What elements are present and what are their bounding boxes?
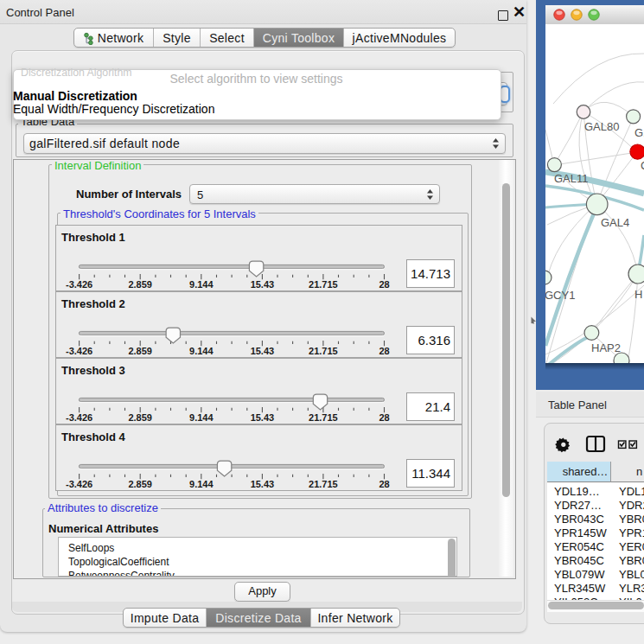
svg-text:-3.426: -3.426	[66, 479, 92, 489]
svg-text:28: 28	[379, 479, 389, 489]
svg-text:GAL80: GAL80	[584, 120, 619, 133]
svg-text:15.43: 15.43	[251, 412, 275, 423]
svg-text:21.715: 21.715	[309, 279, 338, 290]
svg-text:2.859: 2.859	[128, 279, 152, 290]
svg-text:H: H	[634, 288, 642, 301]
svg-text:15.43: 15.43	[251, 479, 275, 489]
svg-text:GAL4: GAL4	[601, 216, 629, 229]
svg-text:9.144: 9.144	[189, 279, 214, 290]
svg-text:21.715: 21.715	[309, 412, 338, 423]
svg-text:GCY1: GCY1	[545, 289, 575, 302]
svg-text:9.144: 9.144	[189, 412, 214, 423]
svg-text:9.144: 9.144	[189, 479, 214, 489]
svg-text:15.43: 15.43	[251, 279, 275, 290]
svg-text:-3.426: -3.426	[66, 346, 92, 356]
svg-text:C: C	[641, 159, 644, 172]
svg-text:HAP2: HAP2	[591, 341, 621, 354]
svg-text:2.859: 2.859	[128, 346, 152, 356]
svg-text:GAL11: GAL11	[554, 172, 589, 185]
svg-text:21.715: 21.715	[309, 479, 338, 489]
svg-text:21.715: 21.715	[309, 346, 338, 356]
svg-text:28: 28	[379, 346, 389, 356]
svg-text:-3.426: -3.426	[66, 279, 92, 290]
svg-text:9.144: 9.144	[189, 346, 214, 356]
svg-text:28: 28	[379, 412, 389, 423]
svg-text:G.: G.	[634, 126, 644, 139]
svg-text:15.43: 15.43	[251, 346, 275, 356]
svg-text:2.859: 2.859	[128, 479, 152, 489]
svg-text:28: 28	[379, 279, 389, 290]
svg-text:-3.426: -3.426	[66, 412, 92, 423]
svg-text:2.859: 2.859	[128, 412, 152, 423]
